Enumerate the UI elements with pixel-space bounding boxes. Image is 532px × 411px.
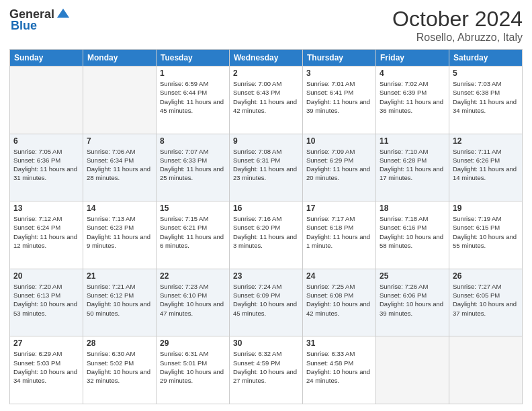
logo-area: General Blue: [9, 7, 71, 33]
day-number: 2: [233, 68, 299, 78]
day-info: Sunrise: 7:24 AMSunset: 6:09 PMDaylight:…: [233, 282, 299, 318]
day-info: Sunrise: 7:09 AMSunset: 6:29 PMDaylight:…: [306, 147, 372, 183]
title-area: October 2024 Rosello, Abruzzo, Italy: [392, 7, 523, 44]
daylight-text: Daylight: 10 hours and 39 minutes.: [380, 300, 443, 316]
day-number: 31: [306, 338, 372, 348]
sunrise-text: Sunrise: 7:11 AM: [453, 148, 501, 155]
day-info: Sunrise: 6:59 AMSunset: 6:44 PMDaylight:…: [160, 79, 226, 115]
daylight-text: Daylight: 11 hours and 6 minutes.: [160, 233, 224, 249]
day-info: Sunrise: 6:33 AMSunset: 4:58 PMDaylight:…: [306, 349, 372, 385]
day-info: Sunrise: 7:12 AMSunset: 6:24 PMDaylight:…: [13, 214, 79, 250]
table-row: [376, 336, 449, 404]
table-row: 22Sunrise: 7:23 AMSunset: 6:10 PMDayligh…: [157, 269, 230, 336]
daylight-text: Daylight: 11 hours and 28 minutes.: [87, 165, 150, 181]
table-row: [83, 66, 157, 134]
calendar-week-row: 13Sunrise: 7:12 AMSunset: 6:24 PMDayligh…: [10, 201, 523, 269]
sunrise-text: Sunrise: 6:30 AM: [87, 350, 135, 357]
sunrise-text: Sunrise: 6:33 AM: [306, 350, 355, 357]
day-info: Sunrise: 6:32 AMSunset: 4:59 PMDaylight:…: [233, 349, 299, 385]
table-row: 16Sunrise: 7:16 AMSunset: 6:20 PMDayligh…: [230, 201, 303, 269]
daylight-text: Daylight: 10 hours and 34 minutes.: [13, 368, 77, 384]
day-info: Sunrise: 7:06 AMSunset: 6:34 PMDaylight:…: [87, 147, 152, 183]
day-number: 4: [380, 68, 445, 78]
daylight-text: Daylight: 10 hours and 27 minutes.: [233, 368, 297, 384]
daylight-text: Daylight: 11 hours and 14 minutes.: [453, 165, 517, 181]
sunrise-text: Sunrise: 7:18 AM: [380, 215, 428, 222]
daylight-text: Daylight: 11 hours and 25 minutes.: [160, 165, 224, 181]
table-row: 13Sunrise: 7:12 AMSunset: 6:24 PMDayligh…: [10, 201, 83, 269]
day-info: Sunrise: 7:05 AMSunset: 6:36 PMDaylight:…: [13, 147, 79, 183]
daylight-text: Daylight: 10 hours and 32 minutes.: [87, 368, 150, 384]
table-row: 6Sunrise: 7:05 AMSunset: 6:36 PMDaylight…: [10, 134, 83, 201]
sunrise-text: Sunrise: 6:32 AM: [233, 350, 281, 357]
day-number: 30: [233, 338, 299, 348]
sunrise-text: Sunrise: 6:59 AM: [160, 80, 208, 87]
sunrise-text: Sunrise: 7:15 AM: [160, 215, 208, 222]
table-row: 3Sunrise: 7:01 AMSunset: 6:41 PMDaylight…: [303, 66, 376, 134]
sunset-text: Sunset: 6:08 PM: [306, 291, 353, 299]
daylight-text: Daylight: 11 hours and 34 minutes.: [453, 98, 517, 114]
table-row: 25Sunrise: 7:26 AMSunset: 6:06 PMDayligh…: [376, 269, 449, 336]
daylight-text: Daylight: 10 hours and 45 minutes.: [233, 300, 297, 316]
day-number: 3: [306, 68, 372, 78]
table-row: 15Sunrise: 7:15 AMSunset: 6:21 PMDayligh…: [157, 201, 230, 269]
daylight-text: Daylight: 11 hours and 1 minute.: [306, 233, 370, 249]
logo-icon: [56, 7, 71, 21]
sunrise-text: Sunrise: 7:02 AM: [380, 80, 428, 87]
table-row: 14Sunrise: 7:13 AMSunset: 6:23 PMDayligh…: [83, 201, 157, 269]
table-row: 10Sunrise: 7:09 AMSunset: 6:29 PMDayligh…: [303, 134, 376, 201]
sunset-text: Sunset: 6:16 PM: [380, 224, 427, 231]
day-number: 10: [306, 136, 372, 146]
day-info: Sunrise: 7:19 AMSunset: 6:15 PMDaylight:…: [453, 214, 519, 250]
daylight-text: Daylight: 10 hours and 55 minutes.: [453, 233, 517, 249]
day-info: Sunrise: 7:11 AMSunset: 6:26 PMDaylight:…: [453, 147, 519, 183]
table-row: 26Sunrise: 7:27 AMSunset: 6:05 PMDayligh…: [449, 269, 523, 336]
sunset-text: Sunset: 6:43 PM: [233, 89, 280, 96]
sunset-text: Sunset: 6:24 PM: [13, 224, 60, 231]
page: General Blue October 2024 Rosello, Abruz…: [0, 0, 532, 411]
table-row: 27Sunrise: 6:29 AMSunset: 5:03 PMDayligh…: [10, 336, 83, 404]
day-info: Sunrise: 7:02 AMSunset: 6:39 PMDaylight:…: [380, 79, 445, 115]
table-row: 12Sunrise: 7:11 AMSunset: 6:26 PMDayligh…: [449, 134, 523, 201]
day-number: 14: [87, 203, 152, 213]
header-saturday: Saturday: [449, 50, 523, 66]
daylight-text: Daylight: 10 hours and 24 minutes.: [306, 368, 370, 384]
daylight-text: Daylight: 10 hours and 37 minutes.: [453, 300, 517, 316]
sunset-text: Sunset: 6:41 PM: [306, 89, 353, 96]
sunrise-text: Sunrise: 6:31 AM: [160, 350, 208, 357]
sunrise-text: Sunrise: 7:00 AM: [233, 80, 281, 87]
sunrise-text: Sunrise: 7:27 AM: [453, 283, 501, 290]
daylight-text: Daylight: 11 hours and 45 minutes.: [160, 98, 224, 114]
day-number: 5: [453, 68, 519, 78]
day-info: Sunrise: 7:26 AMSunset: 6:06 PMDaylight:…: [380, 282, 445, 318]
table-row: 31Sunrise: 6:33 AMSunset: 4:58 PMDayligh…: [303, 336, 376, 404]
sunrise-text: Sunrise: 7:10 AM: [380, 148, 428, 155]
sunrise-text: Sunrise: 7:09 AM: [306, 148, 355, 155]
day-info: Sunrise: 7:27 AMSunset: 6:05 PMDaylight:…: [453, 282, 519, 318]
sunrise-text: Sunrise: 7:19 AM: [453, 215, 501, 222]
sunrise-text: Sunrise: 7:21 AM: [87, 283, 135, 290]
daylight-text: Daylight: 11 hours and 9 minutes.: [87, 233, 150, 249]
sunset-text: Sunset: 4:58 PM: [306, 359, 353, 367]
sunrise-text: Sunrise: 7:26 AM: [380, 283, 428, 290]
table-row: 11Sunrise: 7:10 AMSunset: 6:28 PMDayligh…: [376, 134, 449, 201]
sunrise-text: Sunrise: 7:06 AM: [87, 148, 135, 155]
sunset-text: Sunset: 6:44 PM: [160, 89, 207, 96]
daylight-text: Daylight: 10 hours and 50 minutes.: [87, 300, 150, 316]
sunset-text: Sunset: 6:15 PM: [453, 224, 500, 231]
day-number: 12: [453, 136, 519, 146]
header-monday: Monday: [83, 50, 157, 66]
daylight-text: Daylight: 10 hours and 53 minutes.: [13, 300, 77, 316]
month-title: October 2024: [392, 7, 523, 32]
sunrise-text: Sunrise: 7:05 AM: [13, 148, 62, 155]
sunrise-text: Sunrise: 7:13 AM: [87, 215, 135, 222]
sunset-text: Sunset: 5:03 PM: [13, 359, 60, 367]
sunset-text: Sunset: 6:29 PM: [306, 156, 353, 164]
day-info: Sunrise: 7:00 AMSunset: 6:43 PMDaylight:…: [233, 79, 299, 115]
sunset-text: Sunset: 6:34 PM: [87, 156, 134, 164]
table-row: [10, 66, 83, 134]
day-number: 1: [160, 68, 226, 78]
sunrise-text: Sunrise: 7:20 AM: [13, 283, 62, 290]
header-thursday: Thursday: [303, 50, 376, 66]
table-row: 4Sunrise: 7:02 AMSunset: 6:39 PMDaylight…: [376, 66, 449, 134]
